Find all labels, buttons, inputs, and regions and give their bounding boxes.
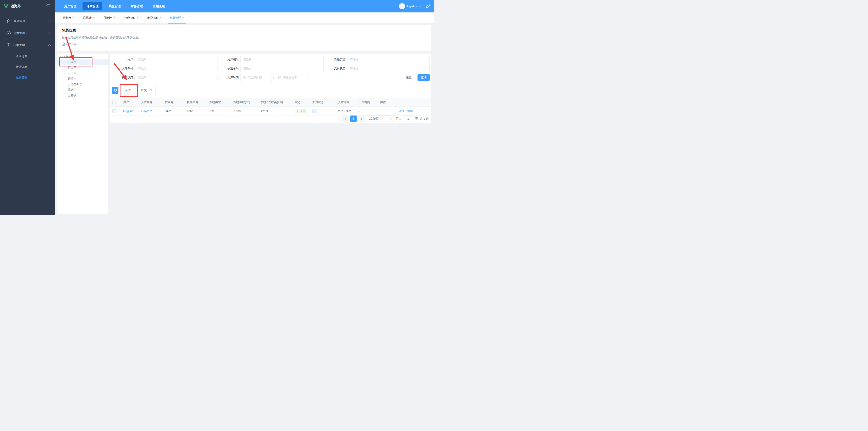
col-user: 用户 <box>121 98 139 107</box>
filter-tracking-no-label: 快递单号 <box>214 65 239 72</box>
tree-root-order-status[interactable]: ▾ 订单状态 <box>57 54 108 59</box>
filter-order-status-input[interactable] <box>137 76 212 79</box>
guide-doc-icon <box>62 42 65 46</box>
filter-inbound-no-input[interactable] <box>137 67 215 70</box>
filter-user-select[interactable] <box>134 56 217 63</box>
date-range-separator: - <box>273 74 274 81</box>
close-tab-icon[interactable]: × <box>73 16 74 20</box>
sidebar-subitem-label: 包裹管理 <box>16 76 27 80</box>
close-tab-icon[interactable]: × <box>136 16 138 20</box>
inbound-button[interactable]: 入库 <box>121 87 135 94</box>
filter-pay-status-select[interactable] <box>347 65 430 72</box>
reset-button[interactable]: 重置 <box>403 74 415 81</box>
tab-daily-stats[interactable]: 日统计× <box>79 12 99 23</box>
username[interactable]: logistics <box>407 4 417 8</box>
goto-page-input[interactable] <box>403 116 413 122</box>
tab-transfer-orders[interactable]: 转运订单× <box>143 12 165 23</box>
filter-tracking-no-input[interactable] <box>243 67 321 70</box>
cell-outbound-time: - <box>356 107 378 116</box>
topnav-app-basics[interactable]: 应用基础 <box>149 2 169 10</box>
topnav-system-management[interactable]: 系统管理 <box>105 2 125 10</box>
tab-package-management[interactable]: 包裹管理× <box>165 12 188 23</box>
sidebar-item-all-orders[interactable]: 全部订单 <box>0 51 55 62</box>
chevron-up-icon <box>48 44 51 47</box>
topnav-finance-management[interactable]: 财务管理 <box>127 2 147 10</box>
col-inbound-no: 入库单号 <box>139 98 162 107</box>
user-link[interactable]: feng <box>123 110 129 113</box>
filter-inbound-no-label: 入库单号 <box>108 65 133 72</box>
chevron-down-icon <box>425 67 428 70</box>
table-header-row: 用户 入库单号 货架号 快递单号 货物类型 货物体积(m³) 货物长*宽*高(c… <box>110 98 431 107</box>
usage-guide-link[interactable]: 使用指南 <box>62 42 77 46</box>
sidebar-item-transfer-orders[interactable]: 转运订单 <box>0 62 55 72</box>
collapse-sidebar-icon[interactable] <box>46 4 51 8</box>
filter-user-no-input[interactable] <box>243 58 321 61</box>
close-tab-icon[interactable]: × <box>93 16 95 20</box>
avatar[interactable] <box>399 3 405 9</box>
tree-item-await-outbound[interactable]: 待出库 <box>57 65 108 71</box>
tab-console[interactable]: 控制台× <box>59 12 79 23</box>
filter-user-no-select[interactable] <box>240 56 324 63</box>
select-all-checkbox[interactable] <box>112 100 116 104</box>
topnav-user-management[interactable]: 用户管理 <box>60 2 80 10</box>
prev-page-button[interactable]: ‹ <box>342 116 348 122</box>
filter-cargo-type-select[interactable] <box>347 56 430 63</box>
tree-item-signed[interactable]: 已签收 <box>57 93 108 98</box>
row-checkbox[interactable] <box>112 110 116 113</box>
warehouse-icon <box>6 19 11 23</box>
col-dimensions: 货物长*宽*高(cm) <box>258 98 293 107</box>
filter-user-label: 用户 <box>108 56 133 63</box>
page-number-button[interactable]: 1 <box>350 116 357 122</box>
sidebar-item-warehouse[interactable]: 仓储管理 <box>0 15 55 27</box>
caret-down-icon: ▾ <box>60 55 61 58</box>
tab-all-orders[interactable]: 全部订单× <box>119 12 143 23</box>
inbound-no-link[interactable]: Oluy2025... <box>141 110 156 113</box>
table-row: feng 🐮 Oluy2025... B4-2 hhhh A类 0.000 1 … <box>110 107 431 116</box>
chevron-down-icon[interactable] <box>419 5 422 7</box>
tree-item-arrived-overseas[interactable]: 已达国外仓 <box>57 82 108 87</box>
sidebar-subitem-label: 全部订单 <box>16 55 27 58</box>
filter-inbound-time-end[interactable] <box>276 74 307 81</box>
tree-item-inbound-done[interactable]: 已入库 <box>57 59 108 65</box>
pay-status-badge: - <box>312 109 317 114</box>
cell-inbound-time: 2025-11-2... <box>336 107 356 116</box>
tree-item-in-transit[interactable]: 运输中 <box>57 76 108 82</box>
filter-inbound-time-start[interactable] <box>240 74 272 81</box>
search-button[interactable]: 查询 <box>417 74 430 81</box>
package-table: 用户 入库单号 货架号 快递单号 货物类型 货物体积(m³) 货物长*宽*高(c… <box>110 98 431 116</box>
filter-pay-status-input[interactable] <box>349 67 424 70</box>
filter-cargo-type-input[interactable] <box>349 58 427 61</box>
sidebar-item-orders[interactable]: 订单管理 <box>0 39 55 51</box>
filter-inbound-time-start-input[interactable] <box>247 76 270 79</box>
close-tab-icon[interactable]: × <box>183 16 184 20</box>
status-badge: 已入库 <box>295 109 307 114</box>
edit-link[interactable]: 编辑 <box>407 110 413 113</box>
filter-order-status-select[interactable] <box>134 74 217 81</box>
next-page-button[interactable]: › <box>359 116 365 122</box>
sidebar-item-package-management[interactable]: 包裹管理 <box>0 72 55 83</box>
cell-shelf-no: B4-2 <box>162 107 185 116</box>
top-navigation: 用户管理 订单管理 系统管理 财务管理 应用基础 <box>60 2 169 10</box>
page-title: 包裹信息 <box>62 28 76 33</box>
tree-item-delivering[interactable]: 派送中 <box>57 87 108 93</box>
filter-inbound-no-field[interactable] <box>134 65 217 72</box>
filter-user-input[interactable] <box>137 58 215 61</box>
col-status: 状态 <box>293 98 310 107</box>
refresh-button[interactable] <box>112 87 119 94</box>
guide-label: 使用指南 <box>66 42 77 46</box>
tree-item-outbound-done[interactable]: 已出库 <box>57 70 108 76</box>
order-icon <box>6 43 10 47</box>
col-pay-status: 支付状态 <box>310 98 336 107</box>
submit-outbound-button[interactable]: 提交出库 <box>138 87 156 94</box>
sidebar-item-billing[interactable]: ¥ 计费管理 <box>0 27 55 39</box>
close-tab-icon[interactable]: × <box>160 16 161 20</box>
filter-tracking-no-field[interactable] <box>240 65 324 72</box>
close-tab-icon[interactable]: × <box>114 16 115 20</box>
detail-link[interactable]: 详情 <box>399 110 404 113</box>
page-size-select[interactable]: 20条/页 <box>367 116 394 122</box>
tab-monthly-stats[interactable]: 月统计× <box>99 12 119 23</box>
col-tracking-no: 快递单号 <box>185 98 207 107</box>
settings-gear-icon[interactable] <box>426 4 430 9</box>
topnav-order-management[interactable]: 订单管理 <box>83 2 102 10</box>
filter-inbound-time-end-input[interactable] <box>283 76 305 79</box>
